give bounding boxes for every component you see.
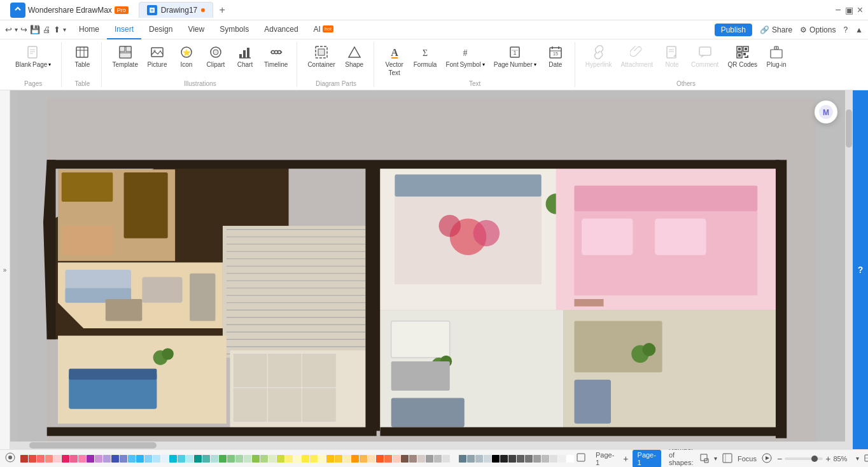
- color-swatch[interactable]: [335, 455, 342, 463]
- page-1-tab-inactive[interactable]: Page-1: [591, 450, 619, 468]
- color-swatch[interactable]: [78, 455, 86, 463]
- add-tab-button[interactable]: +: [214, 3, 230, 18]
- color-swatch[interactable]: [186, 455, 193, 463]
- play-icon[interactable]: [762, 453, 772, 464]
- color-swatch[interactable]: [120, 455, 127, 463]
- color-swatch[interactable]: [169, 455, 177, 463]
- share-button[interactable]: 🔗 Share: [760, 25, 792, 34]
- attachment-button[interactable]: Attachment: [617, 42, 657, 71]
- template-button[interactable]: Template: [108, 42, 142, 71]
- color-swatch[interactable]: [194, 455, 202, 463]
- horizontal-scrollbar[interactable]: [10, 442, 845, 449]
- color-swatch[interactable]: [293, 455, 301, 463]
- color-swatch[interactable]: [492, 455, 500, 463]
- color-swatch[interactable]: [484, 455, 491, 463]
- ai-helper-button[interactable]: M: [815, 101, 837, 123]
- canvas-area[interactable]: M: [10, 90, 853, 449]
- color-swatch[interactable]: [451, 455, 458, 463]
- tab-ai[interactable]: AI hot: [306, 20, 341, 39]
- color-swatch[interactable]: [384, 455, 392, 463]
- icon-button[interactable]: ⭐ Icon: [172, 42, 200, 71]
- hyperlink-button[interactable]: Hyperlink: [582, 42, 616, 71]
- color-swatch[interactable]: [318, 455, 326, 463]
- tab-symbols[interactable]: Symbols: [212, 20, 256, 39]
- color-swatch[interactable]: [178, 455, 185, 463]
- timeline-button[interactable]: Timeline: [260, 42, 291, 71]
- undo-dropdown[interactable]: ▾: [15, 26, 18, 33]
- color-swatch[interactable]: [111, 455, 119, 463]
- shape-dropdown[interactable]: ▾: [714, 455, 717, 462]
- maximize-button[interactable]: ▣: [845, 5, 853, 15]
- color-swatch[interactable]: [558, 455, 566, 463]
- blank-page-button[interactable]: Blank Page ▾: [10, 42, 56, 71]
- color-swatch[interactable]: [103, 455, 111, 463]
- save-button[interactable]: 💾: [30, 25, 40, 34]
- color-swatch[interactable]: [45, 455, 53, 463]
- table-button[interactable]: Table: [68, 42, 96, 71]
- comment-button[interactable]: Comment: [687, 42, 722, 71]
- tab-insert[interactable]: Insert: [107, 20, 141, 39]
- color-swatch[interactable]: [136, 455, 144, 463]
- font-symbol-button[interactable]: # Font Symbol ▾: [442, 42, 488, 71]
- plugin-button[interactable]: Plug-in: [762, 42, 790, 71]
- color-swatch[interactable]: [95, 455, 102, 463]
- color-swatch[interactable]: [459, 455, 466, 463]
- color-swatch[interactable]: [310, 455, 318, 463]
- share-quick-button[interactable]: ⬆: [53, 25, 60, 34]
- tab-design[interactable]: Design: [141, 20, 180, 39]
- color-swatch[interactable]: [62, 455, 69, 463]
- color-swatch[interactable]: [475, 455, 483, 463]
- color-swatch[interactable]: [508, 455, 516, 463]
- color-swatch[interactable]: [434, 455, 442, 463]
- tab-view[interactable]: View: [180, 20, 212, 39]
- page-1-tab-active[interactable]: Page-1: [633, 450, 661, 468]
- color-swatch[interactable]: [393, 455, 400, 463]
- vector-text-button[interactable]: A Vector Text: [381, 42, 409, 79]
- print-button[interactable]: 🖨: [43, 25, 51, 34]
- date-button[interactable]: 15 Date: [542, 42, 570, 71]
- zoom-in-button[interactable]: +: [825, 454, 830, 464]
- picture-button[interactable]: Picture: [143, 42, 171, 71]
- color-swatch[interactable]: [285, 455, 293, 463]
- vertical-scrollbar[interactable]: [845, 90, 853, 449]
- shape-select-icon[interactable]: [699, 453, 709, 464]
- color-swatch[interactable]: [53, 455, 61, 463]
- redo-button[interactable]: ↪: [20, 25, 27, 34]
- color-swatch[interactable]: [500, 455, 508, 463]
- color-swatch[interactable]: [153, 455, 160, 463]
- color-swatch[interactable]: [244, 455, 251, 463]
- document-tab[interactable]: Drawing17: [139, 2, 213, 18]
- zoom-slider[interactable]: [785, 457, 823, 460]
- shape-button[interactable]: Shape: [340, 42, 368, 71]
- color-swatch[interactable]: [467, 455, 475, 463]
- color-swatch[interactable]: [426, 455, 433, 463]
- color-swatch[interactable]: [70, 455, 78, 463]
- help-button[interactable]: ?: [843, 25, 848, 34]
- tab-advanced[interactable]: Advanced: [256, 20, 305, 39]
- color-swatch[interactable]: [517, 455, 524, 463]
- color-swatch[interactable]: [442, 455, 450, 463]
- page-add-button[interactable]: +: [622, 454, 629, 464]
- color-swatch[interactable]: [37, 455, 45, 463]
- color-swatch[interactable]: [277, 455, 284, 463]
- color-swatch[interactable]: [128, 455, 136, 463]
- color-swatch[interactable]: [368, 455, 375, 463]
- color-swatch[interactable]: [29, 455, 36, 463]
- color-swatch[interactable]: [525, 455, 533, 463]
- theme-icon[interactable]: [5, 452, 15, 464]
- undo-button[interactable]: ↩: [5, 25, 12, 34]
- color-swatch[interactable]: [533, 455, 541, 463]
- color-swatch[interactable]: [417, 455, 425, 463]
- right-help-panel[interactable]: ?: [853, 90, 868, 449]
- color-swatch[interactable]: [360, 455, 367, 463]
- tab-home[interactable]: Home: [71, 20, 107, 39]
- color-swatch[interactable]: [302, 455, 309, 463]
- page-number-button[interactable]: 1 Page Number ▾: [490, 42, 540, 71]
- color-swatch[interactable]: [376, 455, 384, 463]
- color-swatch[interactable]: [401, 455, 409, 463]
- zoom-out-button[interactable]: −: [777, 454, 782, 464]
- color-swatch[interactable]: [87, 455, 94, 463]
- color-swatch[interactable]: [343, 455, 351, 463]
- color-swatch[interactable]: [269, 455, 276, 463]
- zoom-dropdown[interactable]: ▾: [856, 455, 859, 462]
